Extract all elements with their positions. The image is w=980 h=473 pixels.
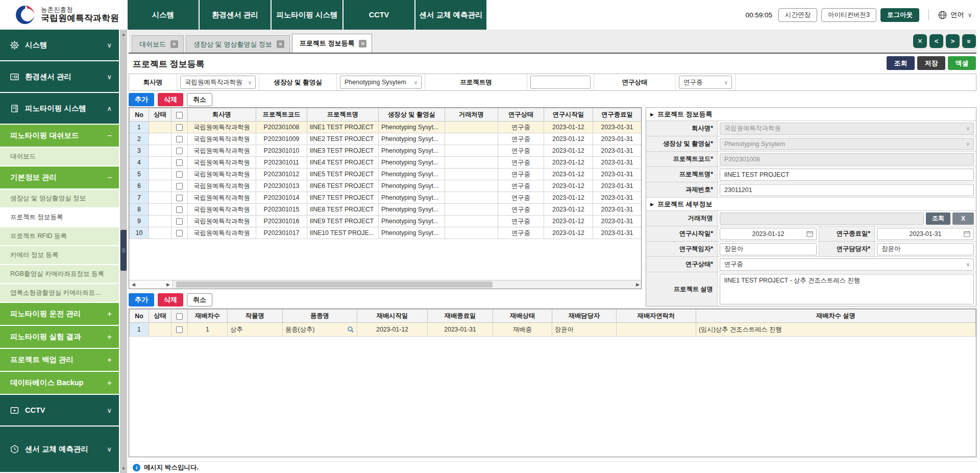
cancel-button[interactable]: 취소 (187, 93, 212, 106)
client-search-button[interactable]: 조회 (926, 212, 950, 225)
column-header[interactable]: 재배상태 (493, 310, 552, 323)
cancel-button[interactable]: 취소 (187, 293, 212, 306)
row-checkbox[interactable] (176, 183, 183, 190)
calendar-icon[interactable] (964, 230, 970, 237)
menu-item-phenotyping[interactable]: 피노타이핑 시스템 (272, 0, 342, 30)
next-tab-button[interactable]: > (946, 34, 960, 48)
sidebar-group-database-backup[interactable]: 데이타베이스 Backup+ (0, 372, 119, 395)
scroll-up-arrow[interactable]: ▲ (120, 31, 127, 38)
column-header[interactable]: 재배담당자 (552, 310, 617, 323)
column-pager[interactable]: ◀▶ (129, 280, 173, 289)
tab-list-button[interactable]: » (962, 34, 976, 48)
sidebar-group-experiment-results[interactable]: 피노타이핑 실험 결과+ (0, 326, 119, 349)
column-header[interactable]: 상태 (149, 310, 172, 323)
column-header[interactable]: 재배차수 (188, 310, 228, 323)
client-clear-button[interactable]: X (952, 212, 974, 225)
table-row[interactable]: 8국립원예특작과학원P202301015lINE8 TEST PROJECTPh… (130, 204, 642, 216)
column-header[interactable] (172, 310, 188, 323)
column-header[interactable]: No (130, 310, 149, 323)
row-checkbox[interactable] (176, 326, 183, 333)
row-checkbox[interactable] (176, 206, 183, 213)
hscrollbar-thumb[interactable] (176, 281, 493, 288)
sidebar-item-cctv[interactable]: CCTV∨ (0, 395, 119, 427)
menu-item-cctv[interactable]: CCTV (344, 0, 414, 30)
content-vertical-scrollbar[interactable]: ▲ ▼ (120, 30, 127, 473)
column-header[interactable]: 품종명 (283, 310, 357, 323)
logout-button[interactable]: 로그아웃 (880, 8, 919, 22)
horizontal-scrollbar[interactable]: ◀▶ ▶ (129, 280, 641, 289)
tab-growth-room-info[interactable]: 생장상 및 영상촬영실 정보 ✕ (186, 35, 290, 53)
column-header[interactable]: 연구시작일 (544, 108, 593, 122)
add-button[interactable]: 추가 (129, 293, 154, 306)
column-header[interactable]: 상태 (149, 108, 172, 122)
column-header[interactable]: 연구상태 (498, 108, 544, 122)
research-status-select[interactable]: 연구중∨ (720, 258, 974, 271)
sidebar-item-phenotyping[interactable]: 피노타이핑 시스템∧ (0, 93, 119, 125)
sidebar-group-operation[interactable]: 피노타이핑 운전 관리+ (0, 303, 119, 326)
table-row[interactable]: 4국립원예특작과학원P202301011lINE4 TEST PROJECTPh… (130, 157, 642, 169)
status-filter-select[interactable]: 연구중∨ (679, 76, 732, 89)
column-header[interactable]: 재배시작일 (357, 310, 428, 323)
select-all-checkbox[interactable] (176, 313, 183, 320)
delete-button[interactable]: 삭제 (158, 93, 183, 106)
company-filter-select[interactable]: 국립원예특작과학원∨ (180, 76, 256, 89)
research-leader-field[interactable] (720, 243, 817, 255)
row-checkbox[interactable] (176, 136, 183, 143)
menu-item-sensor-predict[interactable]: 센서 교체 예측관리 (415, 0, 486, 30)
project-description-field[interactable]: lINE1 TEST PROJECT - 상추 건조스트레스 진행 (720, 274, 974, 304)
column-header[interactable]: 거래처명 (445, 108, 498, 122)
table-row[interactable]: 10국립원예특작과학원P202301017lINE10 TEST PROJE..… (130, 227, 642, 239)
sidebar-item-system[interactable]: 시스템∨ (0, 30, 119, 61)
save-button[interactable]: 저장 (917, 56, 945, 70)
select-all-checkbox[interactable] (176, 112, 183, 119)
research-end-date-input[interactable]: 2023-01-31 (877, 228, 974, 240)
column-header[interactable]: 재배종료일 (428, 310, 493, 323)
company-select[interactable]: 국립원예특작과학원∨ (720, 123, 974, 135)
scrollbar-thumb[interactable] (120, 230, 127, 271)
user-account-button[interactable]: 아이티컨버전3 (821, 8, 876, 22)
room-filter-select[interactable]: Phenotyping Sysytem∨ (340, 76, 422, 89)
table-row[interactable]: 6국립원예특작과학원P202301013lINE6 TEST PROJECTPh… (130, 180, 642, 192)
search-button[interactable]: 조회 (887, 56, 915, 70)
sidebar-group-project-backup[interactable]: 프로젝트 백업 관리+ (0, 349, 119, 372)
column-header[interactable]: 작물명 (228, 310, 283, 323)
language-selector[interactable]: 언어 ∨ (938, 10, 972, 19)
column-header[interactable]: 생장상 및 촬영실 (379, 108, 445, 122)
calendar-icon[interactable] (806, 230, 813, 237)
add-button[interactable]: 추가 (129, 93, 154, 106)
column-header[interactable]: 연구종료일 (593, 108, 642, 122)
room-select[interactable]: Phenotyping Sysytem∨ (720, 138, 974, 150)
close-all-tabs-button[interactable]: ✕ (913, 34, 927, 48)
row-checkbox[interactable] (176, 230, 183, 236)
sidebar-item-dashboard[interactable]: 대쉬보드 (0, 148, 119, 167)
table-row[interactable]: 5국립원예특작과학원P202301012lINE5 TEST PROJECTPh… (130, 169, 642, 180)
scroll-right-arrow[interactable]: ▶ (636, 280, 640, 289)
sidebar-item-growth-room-info[interactable]: 생장상 및 영상촬영실 정보 (0, 190, 119, 208)
sidebar-item-env-sensor[interactable]: 환경센서 관리∨ (0, 61, 119, 93)
row-checkbox[interactable] (176, 171, 183, 178)
sidebar-item-sensor-predict[interactable]: 센서 교체 예측관리∨ (0, 427, 119, 473)
row-checkbox[interactable] (176, 148, 183, 154)
sidebar-group-basic-info[interactable]: 기본정보 관리− (0, 167, 119, 190)
sidebar-item-chlorophyll-camera-coord[interactable]: 엽록소형광촬영실 카메라좌표정보 등록 (0, 284, 119, 303)
column-header[interactable]: 재배자연락처 (617, 310, 696, 323)
table-row[interactable]: 2국립원예특작과학원P202301009lINE2 TEST PROJECTPh… (130, 133, 642, 145)
scroll-down-arrow[interactable]: ▼ (120, 465, 127, 472)
menu-item-system[interactable]: 시스템 (128, 0, 199, 30)
project-name-input[interactable] (530, 76, 591, 89)
table-row[interactable]: 9국립원예특작과학원P202301016lINE9 TEST PROJECTPh… (130, 216, 642, 227)
project-name-field[interactable] (720, 169, 974, 181)
table-row[interactable]: 1국립원예특작과학원P202301008lINE1 TEST PROJECTPh… (130, 122, 642, 133)
row-checkbox[interactable] (176, 195, 183, 201)
sidebar-item-project-info[interactable]: 프로젝트 정보등록 (0, 208, 119, 227)
column-header[interactable]: 회사명 (188, 108, 256, 122)
research-start-date-input[interactable]: 2023-01-12 (720, 228, 817, 240)
menu-item-env-sensor[interactable]: 환경센서 관리 (200, 0, 271, 30)
search-icon[interactable] (347, 326, 354, 335)
delete-button[interactable]: 삭제 (158, 293, 183, 306)
tab-close-icon[interactable]: ✕ (170, 40, 178, 48)
sidebar-item-camera-info[interactable]: 카메라 정보 등록 (0, 246, 119, 265)
row-checkbox[interactable] (176, 159, 183, 166)
sidebar-item-project-rfid[interactable]: 프로젝트 RFID 등록 (0, 227, 119, 246)
previous-tab-button[interactable]: < (929, 34, 943, 48)
